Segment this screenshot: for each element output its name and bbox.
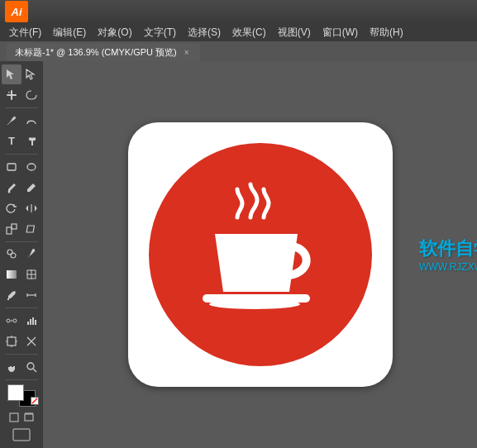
separator-4 — [5, 307, 38, 308]
svg-rect-14 — [7, 270, 17, 279]
eyedropper-tool[interactable] — [2, 285, 21, 305]
svg-point-6 — [27, 164, 36, 170]
menu-select[interactable]: 选择(S) — [182, 24, 227, 41]
tool-row-artboard — [2, 331, 41, 351]
zoom-tool[interactable] — [21, 357, 41, 377]
svg-point-23 — [13, 319, 17, 322]
menu-effect[interactable]: 效果(C) — [227, 24, 272, 41]
tool-row-gradient — [2, 265, 41, 284]
svg-point-41 — [209, 299, 300, 309]
separator-1 — [5, 107, 38, 108]
canvas-area: 软件自学网 WWW.RJZXW.COM — [43, 61, 477, 448]
menu-view[interactable]: 视图(V) — [272, 24, 317, 41]
artboard-tool[interactable] — [2, 331, 21, 351]
watermark-text1: 软件自学网 — [419, 236, 477, 261]
screen-mode-row — [7, 411, 36, 424]
shape-builder-tool[interactable] — [2, 244, 21, 264]
tool-row-select — [2, 64, 41, 84]
magic-wand-tool[interactable] — [2, 85, 21, 105]
curvature-tool[interactable] — [21, 111, 41, 131]
menu-edit[interactable]: 编辑(E) — [47, 24, 92, 41]
mesh-tool[interactable] — [21, 265, 41, 284]
type-tool[interactable]: T — [2, 131, 21, 151]
tool-row-magic — [2, 85, 41, 105]
shear-tool[interactable] — [21, 219, 41, 239]
tool-row-scale — [2, 219, 41, 239]
pen-tool[interactable] — [2, 111, 21, 131]
lasso-tool[interactable] — [21, 85, 41, 105]
tool-row-paintbrush — [2, 178, 41, 198]
tool-row-rect — [2, 157, 41, 177]
rotate-tool[interactable] — [2, 198, 21, 218]
document-tab[interactable]: 未标题-1* @ 136.9% (CMYK/GPU 预览) × — [7, 43, 200, 61]
svg-rect-3 — [11, 90, 12, 100]
gradient-tool[interactable] — [2, 265, 21, 284]
menu-file[interactable]: 文件(F) — [3, 24, 47, 41]
svg-point-33 — [27, 363, 34, 369]
ellipse-tool[interactable] — [21, 157, 41, 177]
menu-window[interactable]: 窗口(W) — [317, 24, 364, 41]
slice-tool[interactable] — [21, 331, 41, 351]
tab-close-button[interactable]: × — [182, 47, 192, 57]
fg-color-swatch[interactable] — [7, 384, 24, 401]
measure-tool[interactable] — [21, 285, 41, 305]
svg-rect-24 — [27, 322, 29, 325]
menu-object[interactable]: 对象(O) — [92, 24, 137, 41]
main-area: T — [0, 61, 477, 448]
normal-screen-mode[interactable] — [7, 411, 21, 424]
tool-row-eyedropper — [2, 285, 41, 305]
reflect-tool[interactable] — [21, 198, 41, 218]
hand-tool[interactable] — [2, 357, 21, 377]
color-swatches[interactable] — [7, 384, 36, 407]
svg-rect-26 — [32, 317, 34, 325]
change-screen-mode[interactable] — [12, 427, 31, 445]
touch-type-tool[interactable] — [21, 131, 41, 151]
graph-tool[interactable] — [21, 311, 41, 331]
separator-3 — [5, 241, 38, 242]
tab-label: 未标题-1* @ 136.9% (CMYK/GPU 预览) — [15, 46, 177, 59]
menu-text[interactable]: 文字(T) — [138, 24, 182, 41]
select-tool[interactable] — [2, 64, 21, 84]
pencil-tool[interactable] — [21, 178, 41, 198]
blend-tool[interactable] — [2, 311, 21, 331]
watermark: 软件自学网 WWW.RJZXW.COM — [419, 236, 477, 273]
coffee-icon — [178, 172, 343, 337]
direct-select-tool[interactable] — [21, 64, 41, 84]
svg-point-22 — [7, 319, 10, 322]
watermark-text2: WWW.RJZXW.COM — [419, 261, 477, 273]
svg-line-34 — [33, 369, 36, 372]
menu-help[interactable]: 帮助(H) — [364, 24, 409, 41]
svg-rect-9 — [7, 227, 12, 234]
tool-row-graph — [2, 311, 41, 331]
rectangle-tool[interactable] — [2, 157, 21, 177]
tool-row-pen — [2, 111, 41, 131]
tool-row-shape-builder — [2, 244, 41, 264]
svg-rect-37 — [25, 414, 33, 421]
svg-rect-10 — [12, 224, 17, 229]
svg-rect-39 — [13, 429, 30, 441]
svg-marker-0 — [7, 69, 14, 79]
no-fill-indicator — [31, 397, 39, 405]
red-circle — [149, 143, 372, 366]
svg-point-13 — [11, 253, 16, 258]
svg-rect-28 — [7, 337, 16, 346]
svg-point-7 — [8, 190, 11, 193]
svg-rect-27 — [35, 320, 36, 325]
full-screen-mode[interactable] — [22, 411, 36, 424]
tab-bar: 未标题-1* @ 136.9% (CMYK/GPU 预览) × — [0, 41, 477, 61]
scale-tool[interactable] — [2, 219, 21, 239]
separator-2 — [5, 154, 38, 155]
ai-logo: Ai — [5, 1, 28, 22]
svg-marker-1 — [26, 69, 34, 79]
svg-rect-36 — [10, 413, 18, 422]
paintbrush-tool[interactable] — [2, 178, 21, 198]
title-bar: Ai — [0, 0, 477, 23]
tool-row-type: T — [2, 131, 41, 151]
live-paint-tool[interactable] — [21, 244, 41, 264]
artboard — [128, 122, 393, 387]
svg-rect-18 — [7, 298, 9, 300]
svg-rect-11 — [26, 226, 34, 232]
separator-5 — [5, 354, 38, 355]
svg-line-35 — [32, 398, 37, 403]
menu-bar: 文件(F) 编辑(E) 对象(O) 文字(T) 选择(S) 效果(C) 视图(V… — [0, 23, 477, 41]
